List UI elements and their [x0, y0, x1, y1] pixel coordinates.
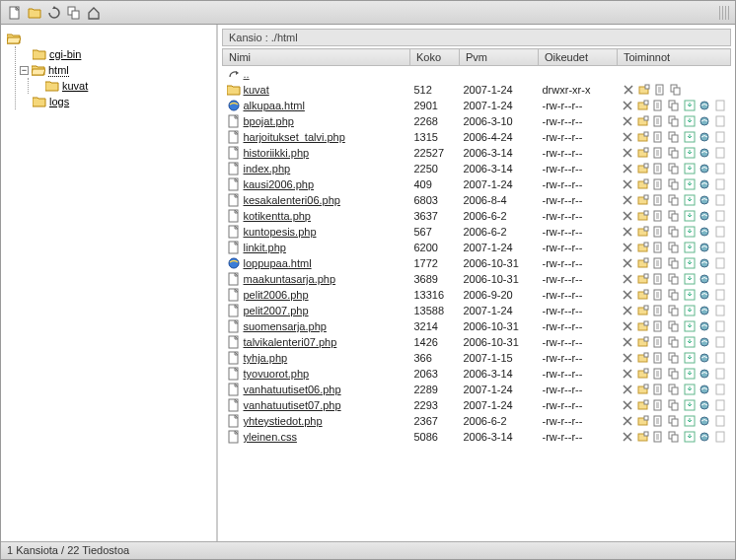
- download-icon[interactable]: [683, 241, 697, 254]
- download-icon[interactable]: [683, 177, 697, 191]
- delete-icon[interactable]: [622, 146, 635, 160]
- file-name[interactable]: talvikalenteri07.php: [244, 336, 337, 348]
- copy-icon[interactable]: [667, 99, 681, 112]
- tree-item-kuvat[interactable]: kuvat: [33, 78, 212, 94]
- view-icon[interactable]: [698, 114, 711, 128]
- rename-icon[interactable]: [636, 288, 650, 302]
- copy-icon[interactable]: [667, 209, 681, 223]
- rename-icon[interactable]: [636, 367, 650, 381]
- file-name[interactable]: loppupaa.html: [244, 257, 312, 269]
- download-icon[interactable]: [683, 162, 697, 175]
- download-icon[interactable]: [683, 367, 697, 381]
- view-icon[interactable]: [698, 414, 711, 428]
- delete-icon[interactable]: [622, 335, 635, 349]
- view-icon[interactable]: [698, 367, 711, 381]
- delete-icon[interactable]: [622, 193, 635, 207]
- view-icon[interactable]: [698, 193, 711, 207]
- file-name[interactable]: tyhja.php: [244, 352, 288, 364]
- copy-icon[interactable]: [667, 367, 681, 381]
- edit-icon[interactable]: [652, 414, 666, 428]
- copy-icon[interactable]: [667, 193, 681, 207]
- delete-icon[interactable]: [622, 162, 635, 175]
- refresh-icon[interactable]: [46, 5, 62, 21]
- edit-icon[interactable]: [652, 114, 666, 128]
- view-icon[interactable]: [698, 99, 711, 112]
- tree-label[interactable]: logs: [49, 96, 69, 107]
- copy-icon[interactable]: [667, 304, 681, 317]
- tree-label[interactable]: cgi-bin: [49, 48, 81, 60]
- rename-icon[interactable]: [636, 319, 650, 333]
- file-name[interactable]: kesakalenteri06.php: [244, 194, 340, 206]
- delete-icon[interactable]: [622, 319, 635, 333]
- open-icon[interactable]: [713, 288, 727, 302]
- open-icon[interactable]: [713, 99, 727, 112]
- open-icon[interactable]: [713, 209, 727, 223]
- copy-icon[interactable]: [667, 241, 681, 254]
- file-name[interactable]: harjoitukset_talvi.php: [244, 131, 345, 143]
- file-name[interactable]: kuntopesis.php: [244, 226, 317, 238]
- copy-icon[interactable]: [667, 114, 681, 128]
- download-icon[interactable]: [683, 383, 697, 396]
- file-name[interactable]: vanhatuutiset07.php: [244, 399, 341, 411]
- open-icon[interactable]: [713, 177, 727, 191]
- copy-icon[interactable]: [667, 335, 681, 349]
- copy-icon[interactable]: [667, 256, 681, 270]
- file-name[interactable]: yhteystiedot.php: [244, 415, 323, 427]
- new-file-icon[interactable]: [7, 5, 23, 21]
- delete-icon[interactable]: [622, 351, 635, 365]
- download-icon[interactable]: [683, 99, 697, 112]
- download-icon[interactable]: [683, 272, 697, 286]
- rename-icon[interactable]: [636, 193, 650, 207]
- view-icon[interactable]: [698, 209, 711, 223]
- col-date[interactable]: Pvm: [460, 49, 539, 66]
- open-icon[interactable]: [713, 335, 727, 349]
- download-icon[interactable]: [683, 146, 697, 160]
- col-actions[interactable]: Toiminnot: [618, 49, 731, 66]
- rename-icon[interactable]: [636, 398, 650, 412]
- edit-icon[interactable]: [652, 177, 666, 191]
- download-icon[interactable]: [683, 335, 697, 349]
- view-icon[interactable]: [698, 130, 711, 144]
- view-icon[interactable]: [698, 146, 711, 160]
- file-name[interactable]: linkit.php: [244, 242, 286, 253]
- open-icon[interactable]: [713, 319, 727, 333]
- file-name[interactable]: yleinen.css: [244, 431, 297, 443]
- file-name[interactable]: bpojat.php: [244, 115, 294, 127]
- download-icon[interactable]: [683, 114, 697, 128]
- edit-icon[interactable]: [652, 193, 666, 207]
- delete-icon[interactable]: [622, 83, 635, 97]
- view-icon[interactable]: [698, 256, 711, 270]
- file-name[interactable]: vanhatuutiset06.php: [244, 384, 341, 395]
- copy-icon[interactable]: [667, 177, 681, 191]
- tree-label[interactable]: html: [48, 64, 69, 77]
- open-icon[interactable]: [713, 383, 727, 396]
- edit-icon[interactable]: [652, 367, 666, 381]
- open-icon[interactable]: [713, 130, 727, 144]
- download-icon[interactable]: [683, 193, 697, 207]
- delete-icon[interactable]: [622, 256, 635, 270]
- copy-icon[interactable]: [667, 162, 681, 175]
- delete-icon[interactable]: [622, 209, 635, 223]
- rename-icon[interactable]: [636, 130, 650, 144]
- copy-icon[interactable]: [667, 430, 681, 444]
- copy-icon[interactable]: [667, 414, 681, 428]
- tree-item-logs[interactable]: logs: [20, 94, 212, 109]
- download-icon[interactable]: [683, 209, 697, 223]
- view-icon[interactable]: [698, 430, 711, 444]
- open-icon[interactable]: [713, 430, 727, 444]
- download-icon[interactable]: [683, 398, 697, 412]
- file-name[interactable]: kuvat: [244, 84, 269, 96]
- edit-icon[interactable]: [652, 162, 666, 175]
- view-icon[interactable]: [698, 351, 711, 365]
- download-icon[interactable]: [683, 304, 697, 317]
- copy-icon[interactable]: [667, 351, 681, 365]
- edit-icon[interactable]: [653, 83, 667, 97]
- download-icon[interactable]: [683, 256, 697, 270]
- rename-icon[interactable]: [637, 83, 651, 97]
- download-icon[interactable]: [683, 414, 697, 428]
- edit-icon[interactable]: [652, 383, 666, 396]
- rename-icon[interactable]: [636, 414, 650, 428]
- rename-icon[interactable]: [636, 114, 650, 128]
- rename-icon[interactable]: [636, 177, 650, 191]
- delete-icon[interactable]: [622, 288, 635, 302]
